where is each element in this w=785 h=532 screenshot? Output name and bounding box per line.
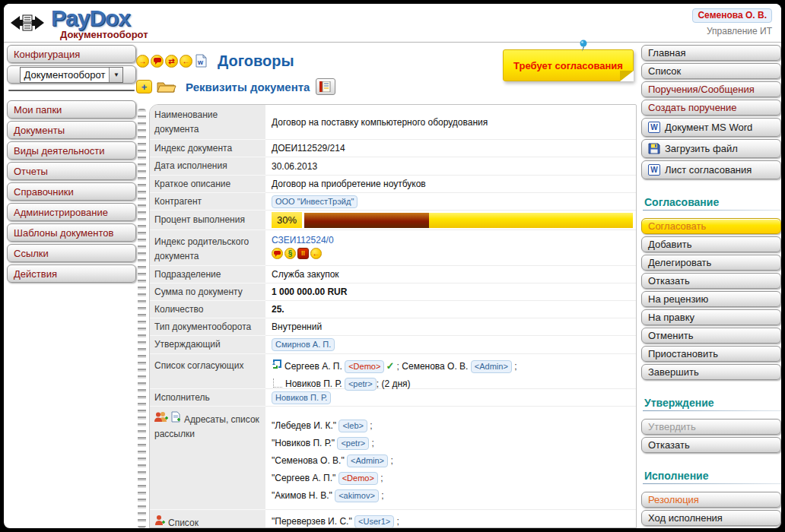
sidebar-item-actions[interactable]: Действия	[7, 264, 136, 283]
to-edit-button[interactable]: На правку	[641, 309, 781, 325]
tree-connector	[273, 378, 282, 388]
sidebar-item-document-templates[interactable]: Шаблоны документов	[7, 223, 136, 242]
approved-check-icon: ✓	[386, 360, 394, 372]
sidebar-item-my-folders[interactable]: Мои папки	[7, 100, 136, 119]
recipient-login-tag[interactable]: <Admin>	[347, 454, 388, 467]
action-label: На рецензию	[648, 293, 708, 305]
paragraph-icon[interactable]: §	[284, 248, 296, 259]
folder-glyph	[157, 80, 176, 93]
paydox-logo[interactable]: PayDox Документооборот	[51, 5, 148, 40]
add-document-icon[interactable]	[171, 411, 181, 423]
delegate-button[interactable]: Делегировать	[641, 255, 781, 271]
sidebar-item-administration[interactable]: Администрирование	[7, 203, 136, 221]
add-people-icon[interactable]	[154, 411, 169, 423]
configuration-select-value: Документооборот	[21, 69, 110, 81]
comment-icon[interactable]	[151, 55, 164, 68]
word-export-icon[interactable]: w	[195, 54, 207, 68]
status-note[interactable]: Требует согласования	[503, 49, 634, 81]
nav-upload-file-button[interactable]: Загрузить файл	[641, 139, 781, 158]
sidebar-item-activity-types[interactable]: Виды деятельности	[7, 141, 136, 160]
agreer-name: Семенова О. В.	[402, 361, 468, 372]
to-review-button[interactable]: На рецензию	[641, 291, 781, 307]
comment-icon[interactable]	[272, 248, 283, 259]
add-button[interactable]: +	[136, 80, 152, 93]
refresh-icon[interactable]: ⇄	[165, 55, 178, 68]
agreer-item: Семенова О. В. <Admin>	[402, 361, 516, 372]
recipient-login-tag[interactable]: <petr>	[337, 437, 369, 450]
field-value-parent-index: СЗЕИ112524/0 § ‼ ←	[265, 230, 636, 266]
field-row-short-desc: Краткое описание Договор на приобретение…	[150, 176, 636, 193]
sidebar-item-label: Документы	[14, 125, 65, 136]
ms-word-icon: W	[648, 122, 660, 133]
forward-arrow-icon[interactable]: →	[136, 55, 149, 68]
action-label: Ход исполнения	[648, 512, 723, 524]
cycle-icon[interactable]	[272, 359, 282, 369]
section-heading-execution: Исполнение	[644, 470, 780, 482]
field-value-executor: Новиков П. Р.	[265, 389, 636, 407]
sidebar-item-directories[interactable]: Справочники	[7, 182, 136, 201]
add-person-icon[interactable]	[154, 515, 166, 526]
action-label: Делегировать	[648, 257, 711, 268]
nav-create-assignment-button[interactable]: Создать поручение	[641, 100, 781, 116]
agreers-line-1: Сергеев А. П. <Demo>✓ Семенова О. В. <Ad…	[272, 357, 633, 375]
configuration-select[interactable]: Документооборот ▼	[20, 67, 124, 83]
nav-assignments-button[interactable]: Поручения/Сообщения	[641, 81, 781, 97]
field-row-recipients: Адресаты, список рассылки "Лебедев И. К.…	[150, 407, 636, 510]
finish-button[interactable]: Завершить	[641, 364, 781, 380]
parent-index-link[interactable]: СЗЕИ112524/0	[272, 235, 334, 245]
agree-button[interactable]: Согласовать	[641, 218, 781, 234]
sidebar-item-links[interactable]: Ссылки	[7, 244, 136, 262]
agreer-login-tag[interactable]: <Admin>	[471, 360, 512, 373]
field-row-parent-index: Индекс родительского документа СЗЕИ11252…	[150, 230, 636, 266]
recipient-item: "Сергеев А. П." <Demo>	[272, 470, 633, 487]
back-arrow-icon[interactable]: ←	[310, 248, 322, 259]
action-label: На правку	[648, 312, 694, 323]
sidebar-item-label: Отчеты	[14, 166, 48, 177]
approver-tag[interactable]: Смирнов А. П.	[272, 338, 335, 351]
field-value-recipients: "Лебедев И. К." <leb> "Новиков П. Р." <p…	[265, 407, 636, 510]
sidebar-item-reports[interactable]: Отчеты	[7, 162, 136, 180]
cancel-button[interactable]: Отменить	[641, 328, 781, 344]
recipient-login-tag[interactable]: <leb>	[338, 420, 367, 432]
nav-list-button[interactable]: Список	[641, 63, 781, 79]
nav-home-button[interactable]: Главная	[641, 45, 781, 61]
refuse-button[interactable]: Отказать	[641, 273, 781, 289]
counterparty-tag[interactable]: ООО "ИнвестТрэйд"	[272, 195, 358, 208]
resolution-button[interactable]: Резолюция	[641, 492, 781, 508]
ms-word-icon: W	[648, 164, 660, 176]
recipient-login-tag[interactable]: <Demo>	[338, 472, 378, 485]
approval-refuse-button[interactable]: Отказать	[641, 437, 781, 453]
field-value-due-date: 30.06.2013	[265, 157, 636, 176]
configuration-button[interactable]: Конфигурация	[7, 45, 136, 63]
sidebar-item-label: Справочники	[14, 186, 74, 198]
field-row-flow-type: Тип документооборота Внутренний	[150, 318, 636, 336]
sidebar-item-documents[interactable]: Документы	[7, 121, 136, 139]
acquaint-login-tag[interactable]: <User1>	[354, 515, 394, 528]
execution-progress-button[interactable]: Ход исполнения	[641, 510, 781, 526]
recipient-login-tag[interactable]: <akimov>	[335, 489, 379, 502]
back-arrow-icon[interactable]: ←	[180, 55, 192, 68]
urgent-icon[interactable]: ‼	[297, 248, 309, 259]
note-fold	[620, 71, 634, 81]
dropdown-arrow-icon[interactable]: ▼	[109, 68, 122, 82]
approval-sheet-icon[interactable]	[316, 78, 335, 95]
left-sidebar: Конфигурация Документооборот ▼ Мои папки…	[7, 45, 136, 285]
current-user-badge[interactable]: Семенова О. В.	[692, 8, 772, 23]
field-row-approver: Утверждающий Смирнов А. П.	[150, 336, 636, 354]
document-card-wrap: Наименование документа Договор на постав…	[138, 104, 637, 528]
add-agreer-button[interactable]: Добавить	[641, 236, 781, 252]
agreer-login-tag[interactable]: <Demo>	[345, 360, 384, 373]
collapse-panel-button[interactable]	[10, 10, 45, 36]
collapse-panel-icon	[10, 10, 45, 36]
folder-open-icon[interactable]	[157, 80, 176, 93]
agreer-item: Сергеев А. П. <Demo>✓	[284, 361, 399, 372]
field-value-counterparty: ООО "ИнвестТрэйд"	[265, 193, 636, 211]
executor-tag[interactable]: Новиков П. Р.	[272, 391, 331, 404]
action-label: Отменить	[648, 330, 693, 341]
comment-bubble-glyph	[274, 251, 281, 257]
book-glyph	[319, 81, 332, 92]
field-label: Тип документооборота	[150, 318, 265, 336]
nav-msword-document-button[interactable]: W Документ MS Word	[641, 118, 781, 137]
suspend-button[interactable]: Приостановить	[641, 346, 781, 362]
nav-approval-sheet-button[interactable]: W Лист согласования	[641, 160, 781, 179]
